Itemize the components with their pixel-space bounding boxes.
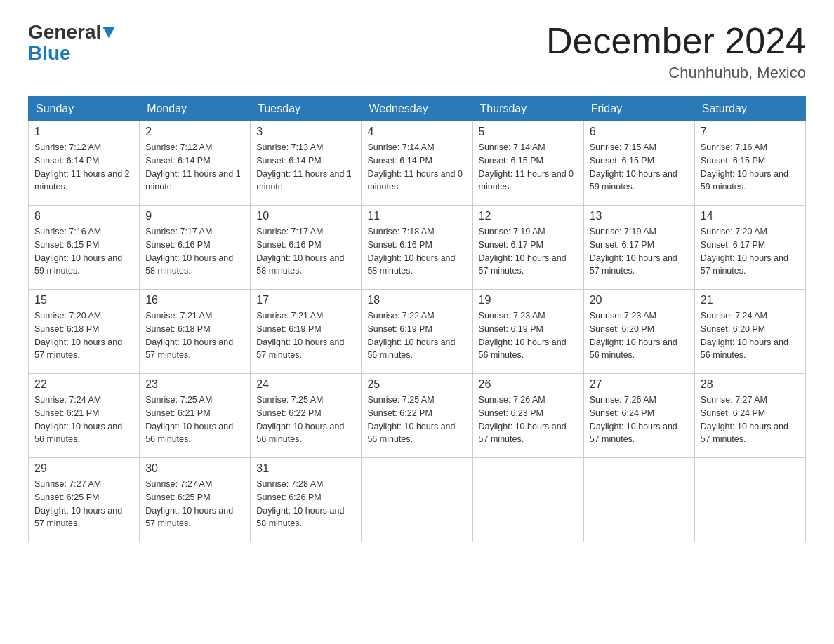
calendar-cell: 18 Sunrise: 7:22 AM Sunset: 6:19 PM Dayl… [362, 290, 472, 374]
day-number: 18 [367, 294, 466, 307]
weekday-header-saturday: Saturday [694, 97, 805, 121]
day-number: 15 [34, 294, 133, 307]
page-header: General Blue December 2024 Chunhuhub, Me… [28, 21, 806, 82]
day-number: 8 [34, 210, 133, 222]
day-info: Sunrise: 7:27 AM Sunset: 6:25 PM Dayligh… [145, 478, 244, 530]
weekday-header-friday: Friday [583, 97, 694, 121]
calendar-cell: 27 Sunrise: 7:26 AM Sunset: 6:24 PM Dayl… [583, 374, 694, 458]
calendar-cell: 2 Sunrise: 7:12 AM Sunset: 6:14 PM Dayli… [140, 121, 251, 206]
day-info: Sunrise: 7:12 AM Sunset: 6:14 PM Dayligh… [34, 141, 133, 194]
day-info: Sunrise: 7:27 AM Sunset: 6:24 PM Dayligh… [701, 394, 800, 446]
day-number: 27 [590, 378, 689, 391]
calendar-cell: 9 Sunrise: 7:17 AM Sunset: 6:16 PM Dayli… [140, 206, 251, 290]
day-info: Sunrise: 7:18 AM Sunset: 6:16 PM Dayligh… [367, 225, 466, 278]
weekday-header-tuesday: Tuesday [251, 97, 362, 121]
day-info: Sunrise: 7:23 AM Sunset: 6:20 PM Dayligh… [590, 309, 689, 362]
day-number: 19 [479, 294, 578, 307]
calendar-cell [472, 458, 583, 542]
day-number: 5 [479, 126, 578, 138]
day-info: Sunrise: 7:14 AM Sunset: 6:15 PM Dayligh… [479, 141, 578, 194]
weekday-header-sunday: Sunday [29, 97, 140, 121]
day-number: 21 [701, 294, 800, 307]
calendar-cell: 6 Sunrise: 7:15 AM Sunset: 6:15 PM Dayli… [583, 121, 694, 206]
day-info: Sunrise: 7:16 AM Sunset: 6:15 PM Dayligh… [701, 141, 800, 194]
logo: General Blue [28, 21, 117, 65]
calendar-cell: 7 Sunrise: 7:16 AM Sunset: 6:15 PM Dayli… [694, 121, 805, 206]
weekday-header-row: SundayMondayTuesdayWednesdayThursdayFrid… [29, 97, 806, 121]
day-number: 23 [145, 378, 244, 391]
day-info: Sunrise: 7:21 AM Sunset: 6:19 PM Dayligh… [256, 309, 355, 362]
day-number: 10 [256, 210, 355, 222]
day-number: 1 [34, 126, 133, 138]
calendar-week-row: 22 Sunrise: 7:24 AM Sunset: 6:21 PM Dayl… [29, 374, 806, 458]
day-info: Sunrise: 7:22 AM Sunset: 6:19 PM Dayligh… [367, 309, 466, 362]
title-area: December 2024 Chunhuhub, Mexico [546, 21, 806, 82]
day-number: 17 [256, 294, 355, 307]
day-number: 14 [701, 210, 800, 222]
day-info: Sunrise: 7:19 AM Sunset: 6:17 PM Dayligh… [590, 225, 689, 278]
calendar-cell: 22 Sunrise: 7:24 AM Sunset: 6:21 PM Dayl… [29, 374, 140, 458]
day-info: Sunrise: 7:21 AM Sunset: 6:18 PM Dayligh… [145, 309, 244, 362]
day-info: Sunrise: 7:25 AM Sunset: 6:22 PM Dayligh… [256, 394, 355, 446]
day-info: Sunrise: 7:26 AM Sunset: 6:23 PM Dayligh… [479, 394, 578, 446]
calendar-cell: 19 Sunrise: 7:23 AM Sunset: 6:19 PM Dayl… [472, 290, 583, 374]
calendar-cell: 30 Sunrise: 7:27 AM Sunset: 6:25 PM Dayl… [140, 458, 251, 542]
calendar-cell: 3 Sunrise: 7:13 AM Sunset: 6:14 PM Dayli… [251, 121, 362, 206]
weekday-header-thursday: Thursday [472, 97, 583, 121]
day-number: 28 [701, 378, 800, 391]
day-number: 22 [34, 378, 133, 391]
calendar-cell: 8 Sunrise: 7:16 AM Sunset: 6:15 PM Dayli… [29, 206, 140, 290]
day-info: Sunrise: 7:23 AM Sunset: 6:19 PM Dayligh… [479, 309, 578, 362]
calendar-table: SundayMondayTuesdayWednesdayThursdayFrid… [28, 96, 806, 542]
weekday-header-monday: Monday [140, 97, 251, 121]
calendar-week-row: 29 Sunrise: 7:27 AM Sunset: 6:25 PM Dayl… [29, 458, 806, 542]
day-info: Sunrise: 7:25 AM Sunset: 6:22 PM Dayligh… [367, 394, 466, 446]
day-number: 24 [256, 378, 355, 391]
calendar-cell: 15 Sunrise: 7:20 AM Sunset: 6:18 PM Dayl… [29, 290, 140, 374]
day-number: 16 [145, 294, 244, 307]
day-info: Sunrise: 7:12 AM Sunset: 6:14 PM Dayligh… [145, 141, 244, 194]
day-number: 3 [256, 126, 355, 138]
day-number: 25 [367, 378, 466, 391]
logo-general-text: General [28, 21, 101, 43]
calendar-cell: 12 Sunrise: 7:19 AM Sunset: 6:17 PM Dayl… [472, 206, 583, 290]
day-number: 9 [145, 210, 244, 222]
calendar-cell: 4 Sunrise: 7:14 AM Sunset: 6:14 PM Dayli… [362, 121, 472, 206]
day-number: 2 [145, 126, 244, 138]
day-number: 13 [590, 210, 689, 222]
calendar-cell: 14 Sunrise: 7:20 AM Sunset: 6:17 PM Dayl… [694, 206, 805, 290]
calendar-cell: 10 Sunrise: 7:17 AM Sunset: 6:16 PM Dayl… [251, 206, 362, 290]
calendar-cell: 26 Sunrise: 7:26 AM Sunset: 6:23 PM Dayl… [472, 374, 583, 458]
logo-blue-text: Blue [28, 42, 71, 64]
calendar-cell: 31 Sunrise: 7:28 AM Sunset: 6:26 PM Dayl… [251, 458, 362, 542]
calendar-cell: 20 Sunrise: 7:23 AM Sunset: 6:20 PM Dayl… [583, 290, 694, 374]
calendar-cell: 29 Sunrise: 7:27 AM Sunset: 6:25 PM Dayl… [29, 458, 140, 542]
calendar-cell: 17 Sunrise: 7:21 AM Sunset: 6:19 PM Dayl… [251, 290, 362, 374]
day-info: Sunrise: 7:26 AM Sunset: 6:24 PM Dayligh… [590, 394, 689, 446]
day-info: Sunrise: 7:25 AM Sunset: 6:21 PM Dayligh… [145, 394, 244, 446]
day-info: Sunrise: 7:19 AM Sunset: 6:17 PM Dayligh… [479, 225, 578, 278]
calendar-cell: 23 Sunrise: 7:25 AM Sunset: 6:21 PM Dayl… [140, 374, 251, 458]
calendar-cell: 21 Sunrise: 7:24 AM Sunset: 6:20 PM Dayl… [694, 290, 805, 374]
day-number: 6 [590, 126, 689, 138]
day-number: 20 [590, 294, 689, 307]
calendar-week-row: 1 Sunrise: 7:12 AM Sunset: 6:14 PM Dayli… [29, 121, 806, 206]
day-number: 26 [479, 378, 578, 391]
day-info: Sunrise: 7:17 AM Sunset: 6:16 PM Dayligh… [256, 225, 355, 278]
day-number: 30 [145, 462, 244, 475]
day-number: 4 [367, 126, 466, 138]
day-info: Sunrise: 7:27 AM Sunset: 6:25 PM Dayligh… [34, 478, 133, 530]
calendar-cell: 13 Sunrise: 7:19 AM Sunset: 6:17 PM Dayl… [583, 206, 694, 290]
day-info: Sunrise: 7:28 AM Sunset: 6:26 PM Dayligh… [256, 478, 355, 530]
calendar-cell: 16 Sunrise: 7:21 AM Sunset: 6:18 PM Dayl… [140, 290, 251, 374]
calendar-cell [583, 458, 694, 542]
calendar-cell: 28 Sunrise: 7:27 AM Sunset: 6:24 PM Dayl… [694, 374, 805, 458]
day-info: Sunrise: 7:17 AM Sunset: 6:16 PM Dayligh… [145, 225, 244, 278]
calendar-week-row: 15 Sunrise: 7:20 AM Sunset: 6:18 PM Dayl… [29, 290, 806, 374]
day-number: 11 [367, 210, 466, 222]
day-info: Sunrise: 7:24 AM Sunset: 6:20 PM Dayligh… [701, 309, 800, 362]
day-info: Sunrise: 7:20 AM Sunset: 6:17 PM Dayligh… [701, 225, 800, 278]
day-number: 7 [701, 126, 800, 138]
day-info: Sunrise: 7:20 AM Sunset: 6:18 PM Dayligh… [34, 309, 133, 362]
day-number: 12 [479, 210, 578, 222]
